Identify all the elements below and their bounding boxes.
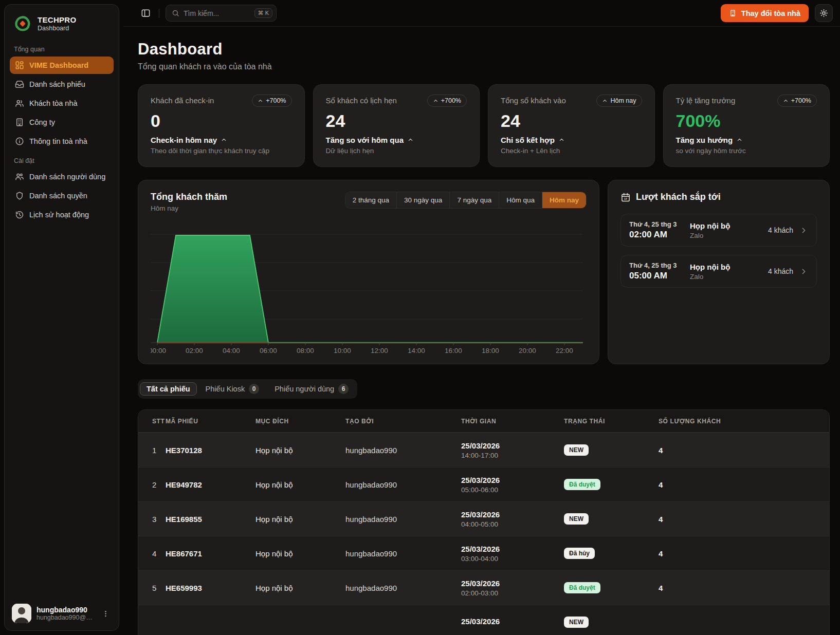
col-muc-dich: MỤC ĐÍCH (255, 418, 345, 425)
nav-group-overview: Tổng quan (10, 39, 114, 57)
tab-label: Phiếu Kiosk (206, 385, 245, 393)
cell-purpose: Họp nội bộ (255, 584, 345, 592)
cell-ticket-id: HE370128 (166, 446, 255, 455)
visitors-chart-card: Tổng khách thăm Hôm nay 2 tháng qua 30 n… (138, 180, 599, 364)
kebab-menu-icon[interactable] (100, 608, 112, 620)
status-badge: Đã duyệt (564, 582, 600, 593)
appointment-guests: 4 khách (768, 226, 793, 234)
range-30-days[interactable]: 30 ngày qua (396, 192, 449, 208)
cell-creator: hungbadao990 (345, 446, 461, 455)
change-building-button[interactable]: Thay đổi tòa nhà (721, 4, 809, 22)
appointment-time: 02:00 AM (629, 230, 682, 240)
stat-trend-pill: Hôm nay (596, 95, 642, 107)
chevron-right-icon[interactable] (799, 226, 808, 235)
sidebar-item-cong-ty[interactable]: Công ty (10, 114, 114, 131)
chart-subtitle: Hôm nay (151, 204, 227, 212)
search-input[interactable]: ⌘ K (166, 5, 277, 22)
cell-creator: hungbadao990 (345, 549, 461, 558)
tab-count-badge: 6 (338, 384, 349, 394)
cell-guest-count: 4 (659, 480, 829, 489)
cell-status: Đã hủy (564, 548, 659, 559)
chevron-right-icon[interactable] (799, 267, 808, 276)
user-name: hungbadao990 (36, 606, 95, 614)
sidebar-item-thong-tin-toa-nha[interactable]: Thông tin toà nhà (10, 133, 114, 150)
techpro-logo-icon (13, 14, 32, 33)
stat-desc: so với ngày hôm trước (676, 147, 817, 155)
stat-card: Khách đã check-in +700% 0 Check-in hôm n… (138, 84, 305, 167)
nav-list-overview: VIME Dashboard Danh sách phiếu Khách tòa… (10, 57, 114, 150)
table-header: STT MÃ PHIẾU MỤC ĐÍCH TẠO BỞI THỜI GIAN … (138, 410, 829, 433)
user-card[interactable]: hungbadao990 hungbadao990@gmai... (10, 601, 114, 624)
theme-toggle-button[interactable] (815, 4, 833, 22)
sidebar-toggle-icon[interactable] (139, 6, 153, 20)
range-7-days[interactable]: 7 ngày qua (449, 192, 499, 208)
appointment-item[interactable]: Thứ 4, 25 thg 3 02:00 AM Họp nội bộ Zalo… (620, 214, 817, 247)
cell-stt: 2 (138, 480, 166, 489)
cell-status: Đã duyệt (564, 582, 659, 593)
table-row[interactable]: 25/03/2026 NEW (138, 605, 829, 635)
sidebar-item-lich-su-hoat-dong[interactable]: Lịch sử hoạt động (10, 206, 114, 223)
cell-ticket-id: HE949782 (166, 480, 255, 489)
stat-sub-label: Chỉ số kết hợp (501, 136, 555, 144)
range-yesterday[interactable]: Hôm qua (499, 192, 542, 208)
svg-text:02:00: 02:00 (186, 347, 203, 354)
range-2-months[interactable]: 2 tháng qua (345, 192, 396, 208)
cell-date: 25/03/2026 (461, 510, 564, 519)
cell-time: 03:00-04:00 (461, 555, 564, 563)
col-trang-thai: TRẠNG THÁI (564, 418, 659, 425)
cell-stt: 5 (138, 584, 166, 592)
table-row[interactable]: 3 HE169855 Họp nội bộ hungbadao990 25/03… (138, 501, 829, 536)
stat-desc: Theo dõi thời gian thực khách truy cập (151, 147, 292, 155)
sidebar-item-danh-sach-nguoi-dung[interactable]: Danh sách người dùng (10, 168, 114, 185)
trend-up-icon (221, 137, 227, 143)
sidebar-item-danh-sach-phieu[interactable]: Danh sách phiếu (10, 76, 114, 93)
cell-date: 25/03/2026 (461, 441, 564, 450)
visitors-chart: 00:0002:0004:0006:0008:0010:0012:0014:00… (151, 220, 587, 355)
topbar: ⌘ K Thay đổi tòa nhà (123, 0, 840, 27)
sidebar-item-khach-toa-nha[interactable]: Khách tòa nhà (10, 95, 114, 112)
stat-title: Khách đã check-in (151, 95, 214, 105)
search-field[interactable] (184, 9, 250, 17)
chevron-up-icon (783, 98, 789, 104)
app-name: TECHPRO (38, 15, 76, 24)
appointment-item[interactable]: Thứ 4, 25 thg 3 05:00 AM Họp nội bộ Zalo… (620, 255, 817, 288)
status-badge: NEW (564, 444, 589, 456)
calendar-icon: 17 (620, 192, 631, 202)
cell-date: 25/03/2026 (461, 545, 564, 553)
svg-text:17: 17 (624, 197, 627, 200)
page-title: Dashboard (138, 40, 830, 59)
nav-group-settings: Cài đặt (10, 150, 114, 168)
table-row[interactable]: 5 HE659993 Họp nội bộ hungbadao990 25/03… (138, 570, 829, 605)
sidebar-item-danh-sach-quyen[interactable]: Danh sách quyền (10, 187, 114, 204)
cell-guest-count: 4 (659, 515, 829, 524)
status-badge: Đã hủy (564, 548, 595, 559)
range-today[interactable]: Hôm nay (542, 192, 586, 208)
svg-text:10:00: 10:00 (334, 347, 351, 354)
sun-icon (819, 9, 828, 17)
tab-user-tickets[interactable]: Phiếu người dùng 6 (268, 381, 355, 397)
cell-time: 14:00-17:00 (461, 452, 564, 459)
col-stt: STT (138, 418, 166, 425)
tab-all-tickets[interactable]: Tất cả phiếu (140, 382, 197, 396)
table-row[interactable]: 2 HE949782 Họp nội bộ hungbadao990 25/03… (138, 467, 829, 501)
cell-time: 04:00-05:00 (461, 520, 564, 528)
stat-sub-label: Tăng xu hướng (676, 136, 733, 144)
nav-list-settings: Danh sách người dùng Danh sách quyền Lịc… (10, 168, 114, 223)
tab-kiosk-tickets[interactable]: Phiếu Kiosk 0 (199, 381, 266, 397)
table-row[interactable]: 1 HE370128 Họp nội bộ hungbadao990 25/03… (138, 433, 829, 467)
appointment-title: Họp nội bộ (690, 221, 730, 230)
cell-ticket-id: HE659993 (166, 584, 255, 592)
stat-trend-label: +700% (441, 97, 461, 104)
table-row[interactable]: 4 HE867671 Họp nội bộ hungbadao990 25/03… (138, 536, 829, 570)
stat-trend-label: Hôm nay (610, 97, 636, 104)
stat-value: 700% (676, 111, 817, 131)
cell-datetime: 25/03/2026 04:00-05:00 (461, 510, 564, 528)
stat-desc: Dữ liệu lịch hẹn (326, 147, 467, 155)
stat-trend-pill: +700% (777, 95, 817, 107)
cell-purpose: Họp nội bộ (255, 549, 345, 558)
sidebar-item-vime-dashboard[interactable]: VIME Dashboard (10, 57, 114, 74)
user-email: hungbadao990@gmai... (36, 614, 95, 621)
stats-row: Khách đã check-in +700% 0 Check-in hôm n… (138, 84, 830, 167)
tab-label: Tất cả phiếu (147, 385, 190, 393)
stat-value: 24 (326, 111, 467, 131)
